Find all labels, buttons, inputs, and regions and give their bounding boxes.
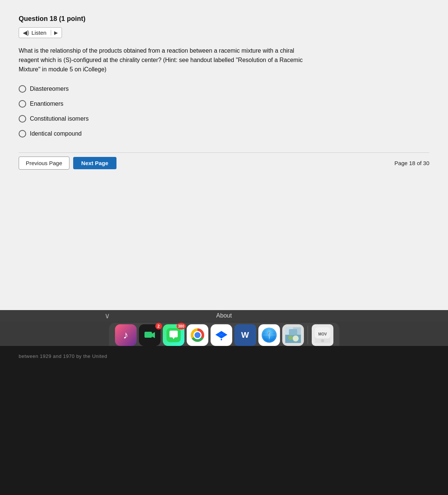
- dock-icons-row: ♪ 2 380: [109, 323, 339, 346]
- about-label: About: [216, 312, 232, 319]
- radio-constitutional[interactable]: [19, 115, 26, 123]
- radio-identical[interactable]: [19, 130, 26, 137]
- listen-button[interactable]: ◀) Listen ▶: [19, 27, 62, 38]
- speaker-icon: ◀): [23, 29, 29, 36]
- dock-icon-word[interactable]: W: [234, 324, 256, 346]
- question-title: Question 18 (1 point): [19, 15, 85, 22]
- listen-label: Listen: [31, 30, 46, 36]
- svg-rect-15: [289, 329, 297, 335]
- dock-icon-music[interactable]: ♪: [115, 324, 137, 346]
- svg-rect-1: [144, 332, 152, 338]
- question-header: Question 18 (1 point): [19, 15, 429, 23]
- option-diastereomers[interactable]: Diastereomers: [19, 85, 429, 93]
- svg-point-22: [321, 339, 324, 342]
- bottom-text: between 1929 and 1970 by the United: [19, 353, 107, 359]
- svg-point-17: [288, 335, 293, 340]
- option-label-identical: Identical compound: [30, 130, 82, 137]
- dock-bar: ♪ 2 380: [0, 321, 448, 346]
- main-container: Question 18 (1 point) ◀) Listen ▶ What i…: [0, 0, 448, 495]
- nav-bar: Previous Page Next Page Page 18 of 30: [19, 152, 429, 170]
- dock-icon-facetime[interactable]: 2: [139, 324, 161, 346]
- dock-icon-photos[interactable]: [282, 324, 304, 346]
- messages-icon: [167, 328, 181, 342]
- svg-point-16: [293, 335, 299, 341]
- dropbox-icon: [215, 329, 227, 341]
- svg-point-4: [221, 339, 222, 340]
- option-enantiomers[interactable]: Enantiomers: [19, 100, 429, 108]
- photos-icon: [285, 327, 301, 343]
- play-icon[interactable]: ▶: [51, 30, 58, 35]
- option-label-enantiomers: Enantiomers: [30, 100, 63, 107]
- about-bar: ∨ About: [0, 310, 448, 321]
- dark-bottom-area: between 1929 and 1970 by the United: [0, 346, 448, 495]
- dock-icon-messages[interactable]: 380: [163, 324, 184, 346]
- dock-icon-quicktime[interactable]: MOV: [312, 324, 333, 346]
- quicktime-icon: MOV: [315, 327, 330, 343]
- svg-text:MOV: MOV: [318, 332, 327, 336]
- option-label-constitutional: Constitutional isomers: [30, 115, 88, 122]
- option-identical[interactable]: Identical compound: [19, 130, 429, 137]
- chevron-down-icon[interactable]: ∨: [105, 311, 110, 320]
- option-label-diastereomers: Diastereomers: [30, 86, 69, 92]
- facetime-badge: 2: [155, 323, 162, 330]
- chrome-icon: [191, 328, 204, 342]
- option-constitutional[interactable]: Constitutional isomers: [19, 115, 429, 123]
- quiz-area: Question 18 (1 point) ◀) Listen ▶ What i…: [0, 0, 448, 310]
- next-page-button[interactable]: Next Page: [73, 157, 117, 169]
- dock-icon-safari[interactable]: [258, 324, 280, 346]
- question-text: What is the relationship of the products…: [19, 46, 310, 74]
- word-icon: W: [241, 330, 249, 340]
- radio-diastereomers[interactable]: [19, 85, 26, 93]
- prev-page-button[interactable]: Previous Page: [19, 157, 69, 170]
- dock-icon-chrome[interactable]: [187, 324, 208, 346]
- radio-enantiomers[interactable]: [19, 100, 26, 108]
- page-info: Page 18 of 30: [395, 160, 429, 166]
- dock-separator: [308, 326, 308, 344]
- safari-icon: [261, 327, 277, 343]
- messages-badge: 380: [177, 323, 186, 330]
- music-icon: ♪: [123, 329, 128, 341]
- dock-icon-dropbox[interactable]: [211, 324, 232, 346]
- facetime-icon: [143, 328, 156, 342]
- options-list: Diastereomers Enantiomers Constitutional…: [19, 85, 429, 137]
